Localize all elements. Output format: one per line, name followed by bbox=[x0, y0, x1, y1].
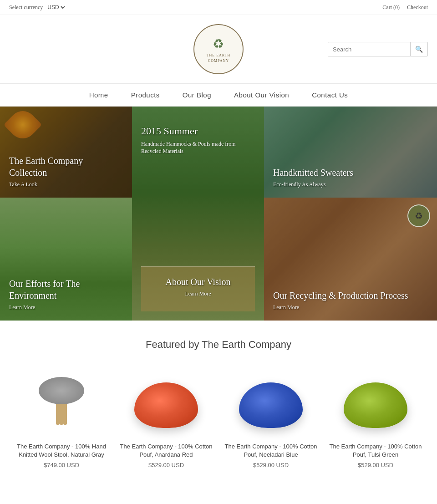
product-name-stool: The Earth Company - 100% Hand Knitted Wo… bbox=[14, 443, 109, 459]
pouf-green-shape bbox=[344, 382, 407, 428]
product-name-pouf-blue: The Earth Company - 100% Cotton Pouf, Ne… bbox=[223, 443, 319, 459]
pouf-red-shape bbox=[134, 382, 198, 428]
product-price-pouf-red: $529.00 USD bbox=[118, 462, 214, 468]
featured-title: Featured by The Earth Company bbox=[9, 339, 428, 351]
site-header: ♻ THE EARTH COMPANY 🔍 bbox=[0, 15, 437, 83]
hero-cell-collection[interactable]: The Earth Company Collection Take A Look bbox=[0, 107, 132, 198]
top-bar-right: Cart (0) Checkout bbox=[382, 4, 428, 11]
hero-grid: The Earth Company Collection Take A Look… bbox=[0, 107, 437, 321]
hero-title-recycling: Our Recycling & Production Process bbox=[273, 290, 428, 301]
hero-vision-overlay[interactable]: About Our Vision Learn More bbox=[141, 266, 255, 311]
product-card-pouf-red[interactable]: The Earth Company - 100% Cotton Pouf, An… bbox=[118, 364, 214, 468]
nav-contact[interactable]: Contact Us bbox=[312, 91, 348, 99]
currency-selector[interactable]: Select currency USD EUR GBP bbox=[9, 4, 66, 11]
logo-inner: ♻ THE EARTH COMPANY bbox=[207, 35, 231, 63]
hero-subtitle-efforts: Learn More bbox=[9, 304, 123, 311]
logo-circle: ♻ THE EARTH COMPANY bbox=[193, 24, 244, 74]
top-bar: Select currency USD EUR GBP Cart (0) Che… bbox=[0, 0, 437, 15]
products-grid: The Earth Company - 100% Hand Knitted Wo… bbox=[9, 364, 428, 468]
hero-subtitle-recycling: Learn More bbox=[273, 304, 428, 311]
product-price-pouf-blue: $529.00 USD bbox=[223, 462, 319, 468]
hero-title-vision: About Our Vision bbox=[141, 276, 255, 288]
hero-col-1: The Earth Company Collection Take A Look… bbox=[0, 107, 132, 321]
currency-label: Select currency bbox=[9, 4, 43, 11]
stool-top bbox=[39, 377, 84, 404]
hero-summer-inner: 2015 Summer Handmade Hammocks & Poufs ma… bbox=[141, 116, 255, 155]
product-price-stool: $749.00 USD bbox=[14, 462, 109, 468]
product-card-pouf-blue[interactable]: The Earth Company - 100% Cotton Pouf, Ne… bbox=[223, 364, 319, 468]
hero-cell-sweaters[interactable]: Handknitted Sweaters Eco-friendly As Alw… bbox=[264, 107, 437, 198]
hero-col-3: Handknitted Sweaters Eco-friendly As Alw… bbox=[264, 107, 437, 321]
pouf-blue-shape bbox=[239, 382, 303, 428]
product-card-stool[interactable]: The Earth Company - 100% Hand Knitted Wo… bbox=[14, 364, 109, 468]
search-input[interactable] bbox=[328, 43, 410, 56]
nav-blog[interactable]: Our Blog bbox=[183, 91, 211, 99]
product-image-stool bbox=[16, 364, 107, 437]
featured-section: Featured by The Earth Company The Earth … bbox=[0, 321, 437, 478]
product-price-pouf-green: $529.00 USD bbox=[328, 462, 423, 468]
hero-cell-summer[interactable]: 2015 Summer Handmade Hammocks & Poufs ma… bbox=[132, 107, 264, 321]
stool-legs bbox=[47, 402, 76, 425]
recycle-icon: ♻ bbox=[207, 35, 231, 53]
hero-col-2: 2015 Summer Handmade Hammocks & Poufs ma… bbox=[132, 107, 264, 321]
currency-select[interactable]: USD EUR GBP bbox=[46, 4, 66, 11]
hero-content-efforts: Our Efforts for The Environment Learn Mo… bbox=[0, 198, 132, 321]
stool-leg bbox=[56, 402, 60, 425]
nav-products[interactable]: Products bbox=[131, 91, 160, 99]
logo-text-line1: THE EARTH bbox=[207, 53, 231, 58]
hero-content-collection: The Earth Company Collection Take A Look bbox=[0, 107, 132, 198]
logo[interactable]: ♻ THE EARTH COMPANY bbox=[193, 24, 244, 74]
site-footer: Copyright © 2017 The Earth Company. Grid… bbox=[0, 496, 437, 504]
product-image-pouf-green bbox=[330, 364, 421, 437]
hero-subtitle-vision: Learn More bbox=[141, 290, 255, 298]
hero-cell-efforts[interactable]: Our Efforts for The Environment Learn Mo… bbox=[0, 198, 132, 321]
hero-subtitle-summer: Handmade Hammocks & Poufs made from Recy… bbox=[141, 140, 255, 156]
nav-vision[interactable]: About Our Vision bbox=[234, 91, 289, 99]
stool-leg bbox=[60, 402, 63, 425]
search-form: 🔍 bbox=[328, 42, 428, 56]
logo-text-line2: COMPANY bbox=[207, 58, 231, 63]
main-nav: Home Products Our Blog About Our Vision … bbox=[0, 83, 437, 107]
cart-link[interactable]: Cart (0) bbox=[382, 4, 400, 11]
product-name-pouf-red: The Earth Company - 100% Cotton Pouf, An… bbox=[118, 443, 214, 459]
hero-subtitle-sweaters: Eco-friendly As Always bbox=[273, 181, 428, 188]
product-image-pouf-red bbox=[121, 364, 212, 437]
hero-title-summer: 2015 Summer bbox=[141, 125, 255, 138]
search-button[interactable]: 🔍 bbox=[410, 42, 427, 56]
hero-subtitle-collection: Take A Look bbox=[9, 181, 123, 188]
stool-leg bbox=[63, 402, 67, 425]
hero-content-sweaters: Handknitted Sweaters Eco-friendly As Alw… bbox=[264, 107, 437, 198]
checkout-link[interactable]: Checkout bbox=[407, 4, 428, 11]
hero-title-collection: The Earth Company Collection bbox=[9, 155, 123, 178]
nav-home[interactable]: Home bbox=[89, 91, 108, 99]
hero-content-recycling: Our Recycling & Production Process Learn… bbox=[264, 198, 437, 321]
product-name-pouf-green: The Earth Company - 100% Cotton Pouf, Tu… bbox=[328, 443, 423, 459]
hero-title-sweaters: Handknitted Sweaters bbox=[273, 167, 428, 178]
hero-title-efforts: Our Efforts for The Environment bbox=[9, 278, 123, 301]
hero-content-summer: 2015 Summer Handmade Hammocks & Poufs ma… bbox=[132, 107, 264, 321]
product-image-pouf-blue bbox=[225, 364, 316, 437]
hero-cell-recycling[interactable]: ♻ Our Recycling & Production Process Lea… bbox=[264, 198, 437, 321]
product-card-pouf-green[interactable]: The Earth Company - 100% Cotton Pouf, Tu… bbox=[328, 364, 423, 468]
